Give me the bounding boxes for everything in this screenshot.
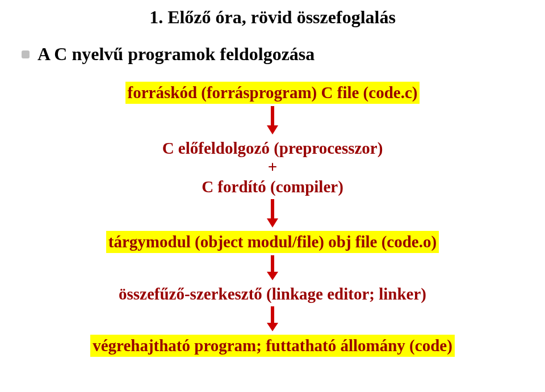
svg-marker-7 bbox=[267, 323, 278, 331]
subtitle-text: A C nyelvű programok feldolgozása bbox=[37, 44, 315, 65]
svg-rect-0 bbox=[271, 106, 274, 125]
svg-rect-4 bbox=[271, 255, 274, 272]
svg-rect-6 bbox=[271, 306, 274, 323]
executable-box: végrehajtható program; futtatható állomá… bbox=[90, 335, 455, 357]
preprocessor-stage: C előfeldolgozó (preprocesszor) bbox=[162, 138, 383, 158]
object-module-box: tárgymodul (object modul/file) obj file … bbox=[106, 231, 439, 253]
svg-rect-2 bbox=[271, 199, 274, 218]
compiler-stage: C fordító (compiler) bbox=[202, 176, 343, 197]
plus-symbol: + bbox=[268, 158, 278, 176]
svg-marker-1 bbox=[267, 125, 278, 134]
arrow-down-icon bbox=[266, 106, 279, 134]
arrow-down-icon bbox=[266, 255, 279, 280]
arrow-down-icon bbox=[266, 306, 279, 331]
linker-stage: összefűző-szerkesztő (linkage editor; li… bbox=[119, 284, 426, 304]
svg-marker-5 bbox=[267, 272, 278, 280]
source-code-box: forráskód (forrásprogram) C file (code.c… bbox=[125, 82, 420, 104]
page-title: 1. Előző óra, rövid összefoglalás bbox=[0, 7, 545, 28]
subtitle-row: A C nyelvű programok feldolgozása bbox=[22, 44, 545, 65]
svg-marker-3 bbox=[267, 218, 278, 227]
arrow-down-icon bbox=[266, 199, 279, 227]
bullet-icon bbox=[22, 50, 30, 58]
flow-diagram: forráskód (forrásprogram) C file (code.c… bbox=[0, 82, 545, 357]
